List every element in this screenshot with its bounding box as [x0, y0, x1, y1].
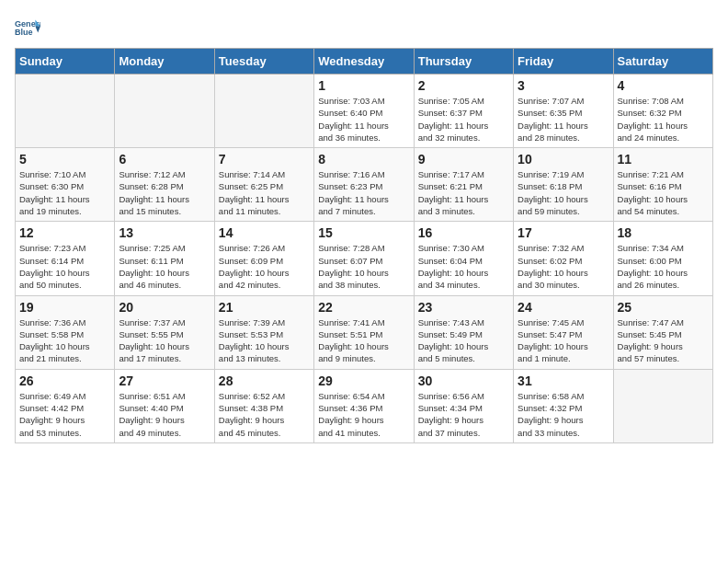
day-header: Thursday [414, 49, 513, 75]
day-info: Sunrise: 7:30 AM Sunset: 6:04 PM Dayligh… [418, 242, 509, 291]
day-number: 4 [618, 78, 709, 93]
calendar-header: SundayMondayTuesdayWednesdayThursdayFrid… [16, 49, 713, 75]
day-number: 15 [318, 225, 409, 240]
day-number: 27 [119, 373, 210, 388]
day-info: Sunrise: 7:32 AM Sunset: 6:02 PM Dayligh… [518, 242, 609, 291]
calendar-cell: 11Sunrise: 7:21 AM Sunset: 6:16 PM Dayli… [613, 148, 712, 222]
day-number: 18 [618, 225, 709, 240]
day-info: Sunrise: 7:16 AM Sunset: 6:23 PM Dayligh… [318, 168, 409, 217]
calendar-cell: 8Sunrise: 7:16 AM Sunset: 6:23 PM Daylig… [314, 148, 414, 222]
day-number: 26 [19, 373, 110, 388]
calendar-cell: 6Sunrise: 7:12 AM Sunset: 6:28 PM Daylig… [115, 148, 214, 222]
day-info: Sunrise: 7:03 AM Sunset: 6:40 PM Dayligh… [318, 95, 409, 144]
calendar-cell [16, 75, 115, 148]
calendar-cell: 28Sunrise: 6:52 AM Sunset: 4:38 PM Dayli… [214, 369, 313, 442]
svg-marker-3 [35, 27, 40, 33]
day-number: 21 [219, 300, 310, 315]
calendar-cell: 15Sunrise: 7:28 AM Sunset: 6:07 PM Dayli… [314, 222, 414, 295]
day-number: 30 [418, 373, 509, 388]
calendar-cell: 20Sunrise: 7:37 AM Sunset: 5:55 PM Dayli… [115, 295, 214, 369]
calendar-cell: 24Sunrise: 7:45 AM Sunset: 5:47 PM Dayli… [514, 295, 613, 369]
day-info: Sunrise: 7:21 AM Sunset: 6:16 PM Dayligh… [618, 168, 709, 217]
day-number: 19 [19, 300, 110, 315]
calendar-cell [214, 75, 313, 148]
day-number: 1 [318, 78, 409, 93]
day-number: 22 [318, 300, 409, 315]
calendar-cell: 30Sunrise: 6:56 AM Sunset: 4:34 PM Dayli… [414, 369, 513, 442]
calendar-cell: 22Sunrise: 7:41 AM Sunset: 5:51 PM Dayli… [314, 295, 414, 369]
calendar-cell: 10Sunrise: 7:19 AM Sunset: 6:18 PM Dayli… [514, 148, 613, 222]
day-number: 23 [418, 300, 509, 315]
day-header: Wednesday [314, 49, 414, 75]
calendar-cell: 16Sunrise: 7:30 AM Sunset: 6:04 PM Dayli… [414, 222, 513, 295]
day-number: 10 [518, 152, 609, 167]
calendar-cell: 26Sunrise: 6:49 AM Sunset: 4:42 PM Dayli… [16, 369, 115, 442]
calendar-cell: 18Sunrise: 7:34 AM Sunset: 6:00 PM Dayli… [613, 222, 712, 295]
day-number: 31 [518, 373, 609, 388]
calendar-week: 12Sunrise: 7:23 AM Sunset: 6:14 PM Dayli… [16, 222, 713, 295]
day-header: Monday [115, 49, 214, 75]
day-header: Sunday [16, 49, 115, 75]
calendar-cell [613, 369, 712, 442]
header-row: SundayMondayTuesdayWednesdayThursdayFrid… [16, 49, 713, 75]
calendar-cell: 12Sunrise: 7:23 AM Sunset: 6:14 PM Dayli… [16, 222, 115, 295]
day-info: Sunrise: 7:07 AM Sunset: 6:35 PM Dayligh… [518, 95, 609, 144]
calendar-cell: 7Sunrise: 7:14 AM Sunset: 6:25 PM Daylig… [214, 148, 313, 222]
day-number: 8 [318, 152, 409, 167]
calendar-cell: 25Sunrise: 7:47 AM Sunset: 5:45 PM Dayli… [613, 295, 712, 369]
header: General Blue [15, 15, 713, 40]
day-info: Sunrise: 6:54 AM Sunset: 4:36 PM Dayligh… [318, 390, 409, 439]
day-info: Sunrise: 7:28 AM Sunset: 6:07 PM Dayligh… [318, 242, 409, 291]
day-info: Sunrise: 7:25 AM Sunset: 6:11 PM Dayligh… [119, 242, 210, 291]
day-info: Sunrise: 7:05 AM Sunset: 6:37 PM Dayligh… [418, 95, 509, 144]
day-info: Sunrise: 7:19 AM Sunset: 6:18 PM Dayligh… [518, 168, 609, 217]
calendar-cell: 29Sunrise: 6:54 AM Sunset: 4:36 PM Dayli… [314, 369, 414, 442]
day-info: Sunrise: 7:37 AM Sunset: 5:55 PM Dayligh… [119, 316, 210, 365]
day-info: Sunrise: 7:39 AM Sunset: 5:53 PM Dayligh… [219, 316, 310, 365]
calendar-table: SundayMondayTuesdayWednesdayThursdayFrid… [15, 48, 713, 443]
calendar-cell: 1Sunrise: 7:03 AM Sunset: 6:40 PM Daylig… [314, 75, 414, 148]
day-info: Sunrise: 7:36 AM Sunset: 5:58 PM Dayligh… [19, 316, 110, 365]
calendar-cell: 17Sunrise: 7:32 AM Sunset: 6:02 PM Dayli… [514, 222, 613, 295]
logo: General Blue [15, 15, 44, 40]
day-number: 14 [219, 225, 310, 240]
day-info: Sunrise: 6:52 AM Sunset: 4:38 PM Dayligh… [219, 390, 310, 439]
calendar-cell: 13Sunrise: 7:25 AM Sunset: 6:11 PM Dayli… [115, 222, 214, 295]
day-info: Sunrise: 7:34 AM Sunset: 6:00 PM Dayligh… [618, 242, 709, 291]
day-number: 3 [518, 78, 609, 93]
day-info: Sunrise: 6:49 AM Sunset: 4:42 PM Dayligh… [19, 390, 110, 439]
day-number: 5 [19, 152, 110, 167]
day-info: Sunrise: 7:41 AM Sunset: 5:51 PM Dayligh… [318, 316, 409, 365]
day-info: Sunrise: 7:17 AM Sunset: 6:21 PM Dayligh… [418, 168, 509, 217]
day-number: 16 [418, 225, 509, 240]
day-info: Sunrise: 7:47 AM Sunset: 5:45 PM Dayligh… [618, 316, 709, 365]
calendar-week: 26Sunrise: 6:49 AM Sunset: 4:42 PM Dayli… [16, 369, 713, 442]
day-info: Sunrise: 6:51 AM Sunset: 4:40 PM Dayligh… [119, 390, 210, 439]
calendar-cell [115, 75, 214, 148]
day-number: 24 [518, 300, 609, 315]
day-info: Sunrise: 7:43 AM Sunset: 5:49 PM Dayligh… [418, 316, 509, 365]
day-info: Sunrise: 7:26 AM Sunset: 6:09 PM Dayligh… [219, 242, 310, 291]
day-number: 6 [119, 152, 210, 167]
day-number: 20 [119, 300, 210, 315]
calendar-cell: 27Sunrise: 6:51 AM Sunset: 4:40 PM Dayli… [115, 369, 214, 442]
day-number: 28 [219, 373, 310, 388]
day-header: Saturday [613, 49, 712, 75]
day-info: Sunrise: 7:14 AM Sunset: 6:25 PM Dayligh… [219, 168, 310, 217]
calendar-cell: 31Sunrise: 6:58 AM Sunset: 4:32 PM Dayli… [514, 369, 613, 442]
day-info: Sunrise: 7:23 AM Sunset: 6:14 PM Dayligh… [19, 242, 110, 291]
svg-text:Blue: Blue [15, 28, 33, 37]
day-number: 7 [219, 152, 310, 167]
day-info: Sunrise: 6:56 AM Sunset: 4:34 PM Dayligh… [418, 390, 509, 439]
day-info: Sunrise: 7:12 AM Sunset: 6:28 PM Dayligh… [119, 168, 210, 217]
day-info: Sunrise: 7:10 AM Sunset: 6:30 PM Dayligh… [19, 168, 110, 217]
calendar-cell: 9Sunrise: 7:17 AM Sunset: 6:21 PM Daylig… [414, 148, 513, 222]
day-info: Sunrise: 6:58 AM Sunset: 4:32 PM Dayligh… [518, 390, 609, 439]
calendar-cell: 21Sunrise: 7:39 AM Sunset: 5:53 PM Dayli… [214, 295, 313, 369]
day-number: 11 [618, 152, 709, 167]
day-number: 9 [418, 152, 509, 167]
day-number: 12 [19, 225, 110, 240]
calendar-cell: 14Sunrise: 7:26 AM Sunset: 6:09 PM Dayli… [214, 222, 313, 295]
day-info: Sunrise: 7:08 AM Sunset: 6:32 PM Dayligh… [618, 95, 709, 144]
calendar-cell: 3Sunrise: 7:07 AM Sunset: 6:35 PM Daylig… [514, 75, 613, 148]
